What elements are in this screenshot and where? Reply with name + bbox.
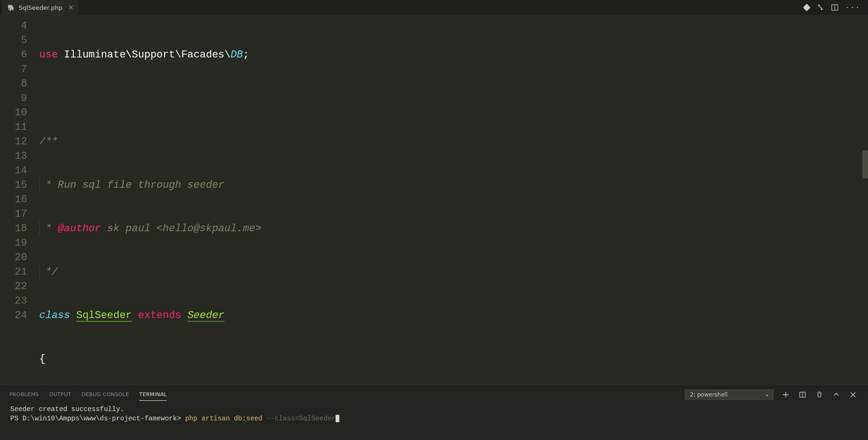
split-terminal-icon[interactable] <box>797 391 808 398</box>
line-number: 13 <box>0 149 27 163</box>
line-number: 19 <box>0 236 27 250</box>
kill-terminal-icon[interactable] <box>814 391 825 398</box>
code-line <box>39 91 868 106</box>
code-line: * Run sql file through seeder <box>39 178 868 192</box>
file-tab[interactable]: 🐘 SqlSeeder.php ✕ <box>2 0 79 15</box>
line-number: 9 <box>0 91 27 106</box>
line-number: 20 <box>0 250 27 265</box>
terminal-output[interactable]: Seeder created successfully. PS D:\win10… <box>0 403 868 440</box>
terminal-prompt-line: PS D:\win10\Ampps\www\ds-project-famewor… <box>10 414 858 423</box>
scrollbar-thumb[interactable] <box>862 150 868 178</box>
compare-icon[interactable] <box>817 4 825 11</box>
php-file-icon: 🐘 <box>7 4 15 11</box>
line-number: 4 <box>0 19 27 33</box>
line-number: 24 <box>0 308 27 323</box>
terminal-selector[interactable]: 2: powershell <box>685 390 774 400</box>
code-area[interactable]: use Illuminate\Support\Facades\DB; /** *… <box>39 19 868 386</box>
line-gutter: 4 5 6 7 8 9 10 11 12 13 14 15 16 17 18 1… <box>0 19 39 386</box>
bottom-panel: PROBLEMS OUTPUT DEBUG CONSOLE TERMINAL 2… <box>0 386 868 440</box>
panel-tab-terminal[interactable]: TERMINAL <box>139 389 167 401</box>
line-number: 17 <box>0 207 27 221</box>
code-line: use Illuminate\Support\Facades\DB; <box>39 48 868 62</box>
line-number: 8 <box>0 77 27 91</box>
tab-actions: ··· <box>803 0 868 15</box>
code-line: /** <box>39 135 868 149</box>
new-terminal-icon[interactable] <box>780 391 791 398</box>
tab-filename: SqlSeeder.php <box>19 4 63 11</box>
line-number: 10 <box>0 106 27 120</box>
line-number: 7 <box>0 62 27 77</box>
split-editor-icon[interactable] <box>831 4 839 11</box>
code-line: */ <box>39 265 868 279</box>
line-number: 12 <box>0 135 27 149</box>
maximize-panel-icon[interactable] <box>831 391 842 398</box>
editor[interactable]: 4 5 6 7 8 9 10 11 12 13 14 15 16 17 18 1… <box>0 15 868 386</box>
diff-icon[interactable] <box>803 4 811 11</box>
tab-bar: 🐘 SqlSeeder.php ✕ ··· <box>0 0 868 15</box>
line-number: 23 <box>0 294 27 308</box>
more-icon[interactable]: ··· <box>845 4 861 12</box>
line-number: 5 <box>0 33 27 48</box>
line-number: 18 <box>0 221 27 236</box>
line-number: 16 <box>0 192 27 207</box>
code-line: { <box>39 352 868 366</box>
terminal-line: Seeder created successfully. <box>10 405 858 414</box>
panel-tab-debug[interactable]: DEBUG CONSOLE <box>81 389 129 401</box>
close-icon[interactable]: ✕ <box>68 4 74 11</box>
code-line: class SqlSeeder extends Seeder <box>39 308 868 323</box>
line-number: 11 <box>0 120 27 135</box>
line-number: 21 <box>0 265 27 279</box>
panel-tab-problems[interactable]: PROBLEMS <box>9 389 39 401</box>
code-line: * @author sk paul <hello@skpaul.me> <box>39 221 868 236</box>
panel-tab-output[interactable]: OUTPUT <box>49 389 71 401</box>
line-number: 22 <box>0 279 27 294</box>
line-number: 14 <box>0 163 27 178</box>
close-panel-icon[interactable] <box>847 391 859 398</box>
line-number: 15 <box>0 178 27 192</box>
line-number: 6 <box>0 48 27 62</box>
terminal-cursor <box>336 415 339 422</box>
svg-rect-0 <box>803 4 810 11</box>
